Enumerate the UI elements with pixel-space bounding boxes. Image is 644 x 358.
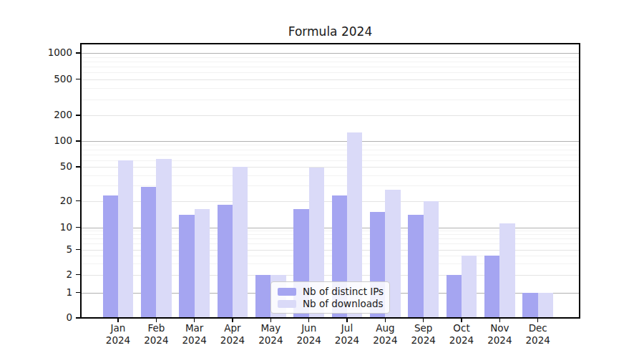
y-tick-mark <box>76 249 80 251</box>
bar-distinct-ips-jan <box>103 195 118 319</box>
chart-title: Formula 2024 <box>81 24 580 39</box>
x-tick-label: Dec 2024 <box>515 322 561 347</box>
legend-label-distinct-ips: Nb of distinct IPs <box>303 286 384 297</box>
gridline <box>82 100 579 100</box>
bar-downloads-dec <box>538 293 553 319</box>
bar-downloads-sep <box>424 201 439 319</box>
bar-distinct-ips-oct <box>447 275 462 319</box>
bar-distinct-ips-sep <box>408 215 423 319</box>
y-tick-label: 1000 <box>36 47 72 58</box>
bar-distinct-ips-may <box>255 275 270 319</box>
y-tick-label: 5 <box>36 243 72 255</box>
gridline <box>82 88 579 89</box>
y-tick-mark <box>76 52 80 54</box>
y-tick-mark <box>76 227 80 228</box>
plot-right-border <box>579 43 580 319</box>
y-axis-line <box>80 43 82 319</box>
y-tick-mark <box>76 200 80 202</box>
legend-swatch-downloads-icon <box>278 300 296 308</box>
legend-item-downloads: Nb of downloads <box>278 298 383 309</box>
y-tick-mark <box>76 166 80 168</box>
gridline <box>82 155 579 155</box>
bar-distinct-ips-dec <box>522 293 537 319</box>
bar-downloads-nov <box>499 223 514 319</box>
y-tick-label: 0 <box>36 311 72 323</box>
y-tick-mark <box>76 292 80 294</box>
y-tick-mark <box>76 317 80 319</box>
y-tick-label: 1 <box>36 286 72 298</box>
bar-downloads-mar <box>195 209 210 319</box>
bar-downloads-apr <box>233 167 248 319</box>
gridline <box>82 141 579 142</box>
gridline <box>82 67 579 67</box>
legend: Nb of distinct IPs Nb of downloads <box>270 281 390 314</box>
y-tick-mark <box>76 274 80 276</box>
bar-downloads-oct <box>462 256 477 319</box>
y-tick-label: 20 <box>36 195 72 206</box>
plot-top-border <box>80 43 580 44</box>
gridline <box>82 150 579 150</box>
y-tick-label: 500 <box>36 73 72 84</box>
y-tick-label: 100 <box>36 135 72 146</box>
y-tick-label: 50 <box>36 160 72 172</box>
gridline <box>82 115 579 116</box>
y-tick-label: 2 <box>36 268 72 280</box>
legend-item-distinct-ips: Nb of distinct IPs <box>278 286 383 297</box>
gridline <box>82 53 579 54</box>
y-tick-mark <box>76 140 80 142</box>
y-tick-label: 200 <box>36 109 72 120</box>
y-tick-label: 10 <box>36 221 72 233</box>
bar-downloads-feb <box>156 159 171 319</box>
gridline <box>82 72 579 73</box>
gridline <box>82 57 579 58</box>
gridline <box>82 62 579 62</box>
bar-distinct-ips-feb <box>141 187 156 319</box>
bar-distinct-ips-apr <box>218 205 233 319</box>
gridline <box>82 145 579 145</box>
bar-distinct-ips-mar <box>179 215 194 319</box>
bar-distinct-ips-nov <box>484 256 499 319</box>
legend-swatch-distinct-ips-icon <box>278 288 296 296</box>
gridline <box>82 79 579 80</box>
y-tick-mark <box>76 115 80 116</box>
bar-downloads-jan <box>118 160 133 319</box>
chart-canvas: Formula 2024 01251020501002005001000Jan … <box>0 0 644 358</box>
y-tick-mark <box>76 79 80 80</box>
legend-label-downloads: Nb of downloads <box>303 298 384 309</box>
